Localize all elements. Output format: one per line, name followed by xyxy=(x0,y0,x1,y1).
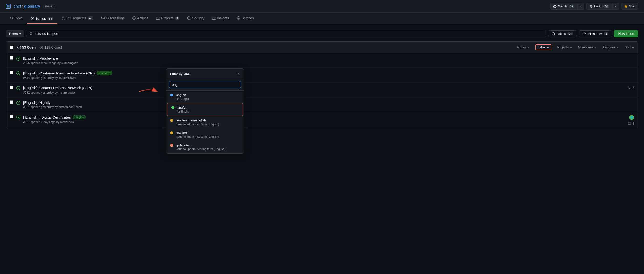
dropdown-search-area xyxy=(166,79,244,90)
tab-insights-label: Insights xyxy=(217,16,229,20)
issue-open-icon xyxy=(16,116,20,120)
milestones-button[interactable]: Milestones 2 xyxy=(579,30,612,37)
closed-issues-toggle[interactable]: 113 Closed xyxy=(40,46,62,49)
issue-title-link[interactable]: [ English ]: Digital Certificates xyxy=(23,115,71,120)
search-input[interactable]: is:issue is:open xyxy=(35,32,543,36)
issue-content: [English]: Middleware #535 opened 9 hour… xyxy=(23,56,634,65)
dropdown-item-label: lang/en xyxy=(177,106,239,110)
issue-right: 2 xyxy=(619,86,634,89)
dropdown-close-button[interactable]: × xyxy=(238,72,240,76)
projects-filter-button[interactable]: Projects xyxy=(557,46,572,49)
issue-title-link[interactable]: [English]: Container Runtime Interface (… xyxy=(23,71,95,75)
sort-filter-label: Sort xyxy=(625,46,630,49)
tab-insights[interactable]: Insights xyxy=(208,13,233,24)
new-issue-button[interactable]: New issue xyxy=(614,30,638,37)
dropdown-item-text: new term non-english Issue to add a new … xyxy=(176,118,240,126)
repo-header: cncf / glossary Public Watch 19 Fork 160 xyxy=(0,0,644,13)
issue-title: [English]: Middleware xyxy=(23,56,634,60)
star-label: Star xyxy=(629,4,635,8)
filter-bar: Filters is:issue is:open Labels 25 Miles… xyxy=(6,30,638,37)
assignee-avatar-wrap: 🌐 xyxy=(629,115,634,120)
tab-pull-requests[interactable]: Pull requests 45 xyxy=(58,13,98,24)
issues-header-left: 53 Open 113 Closed xyxy=(10,46,513,49)
open-closed-toggle: 53 Open 113 Closed xyxy=(17,46,62,49)
label-color-dot xyxy=(170,119,173,122)
tab-issues-label: Issues xyxy=(36,16,46,20)
dropdown-title: Filter by label xyxy=(170,72,191,76)
milestones-filter-button[interactable]: Milestones xyxy=(578,46,597,49)
watch-count: 19 xyxy=(568,5,574,8)
tab-issues[interactable]: Issues 53 xyxy=(26,13,58,24)
label-badge[interactable]: new term xyxy=(97,71,112,75)
issue-checkbox[interactable] xyxy=(10,115,14,118)
filters-label: Filters xyxy=(9,32,18,36)
issue-content: [English]: Container Runtime Interface (… xyxy=(23,71,634,80)
fork-label: Fork xyxy=(594,4,600,8)
tab-discussions-label: Discussions xyxy=(106,16,124,20)
issue-checkbox[interactable] xyxy=(10,100,14,104)
issue-row: [English]: Nightly #531 opened yesterday… xyxy=(6,98,638,112)
issue-checkbox[interactable] xyxy=(10,56,14,60)
search-bar[interactable]: is:issue is:open xyxy=(26,30,546,37)
fork-button-group: Fork 160 xyxy=(586,3,619,10)
sort-filter-button[interactable]: Sort xyxy=(625,46,634,49)
dropdown-item-label: lang/bn xyxy=(176,93,240,97)
issue-checkbox[interactable] xyxy=(10,71,14,74)
dropdown-item-lang-bn[interactable]: lang/bn for Bengali xyxy=(166,90,244,103)
issue-open-icon xyxy=(16,57,20,61)
issue-title-link[interactable]: [English]: Nightly xyxy=(23,100,50,104)
label-filter-dropdown: Filter by label × lang/bn for Bengali la… xyxy=(166,68,244,134)
label-badge[interactable]: lang/en xyxy=(73,115,86,120)
issue-title: [English]: Container Runtime Interface (… xyxy=(23,71,634,75)
tab-projects-count: 3 xyxy=(175,16,180,20)
repo-org[interactable]: cncf xyxy=(14,4,21,8)
dropdown-header: Filter by label × xyxy=(166,68,244,79)
issues-header-right: Author Label Projects Milestones Assigne… xyxy=(516,44,634,50)
tab-security-label: Security xyxy=(192,16,204,20)
dropdown-item-lang-en[interactable]: lang/en for English xyxy=(167,103,243,116)
star-button[interactable]: Star xyxy=(621,3,638,10)
issue-row: [English]: Container Runtime Interface (… xyxy=(6,68,638,83)
dropdown-item-desc: for English xyxy=(177,110,239,113)
label-color-dot xyxy=(170,132,173,134)
tab-security[interactable]: Security xyxy=(183,13,208,24)
fork-button[interactable]: Fork 160 xyxy=(586,3,612,10)
issue-title-link[interactable]: [English]: Content Delivery Network (CDN… xyxy=(23,86,92,90)
tab-issues-count: 53 xyxy=(47,17,53,20)
milestones-filter-label: Milestones xyxy=(578,46,593,49)
tab-code[interactable]: Code xyxy=(6,13,26,24)
repo-name[interactable]: glossary xyxy=(24,4,40,8)
label-color-dot xyxy=(172,106,174,109)
watch-button[interactable]: Watch 19 xyxy=(550,3,578,10)
issue-title-link[interactable]: [English]: Middleware xyxy=(23,56,58,60)
tab-projects[interactable]: Projects 3 xyxy=(152,13,183,24)
label-filter-button[interactable]: Label xyxy=(535,44,552,50)
milestones-count: 2 xyxy=(604,32,608,36)
labels-button[interactable]: Labels 25 xyxy=(548,30,577,37)
author-filter-label: Author xyxy=(516,46,526,49)
issues-list: 53 Open 113 Closed Author Label xyxy=(6,41,638,128)
new-issue-label: New issue xyxy=(618,32,634,36)
watch-dropdown-button[interactable] xyxy=(578,3,584,10)
filters-button[interactable]: Filters xyxy=(6,30,24,37)
tab-actions-label: Actions xyxy=(137,16,148,20)
tab-actions[interactable]: Actions xyxy=(128,13,152,24)
tab-discussions[interactable]: Discussions xyxy=(98,13,128,24)
select-all-checkbox[interactable] xyxy=(10,46,14,49)
open-issues-toggle[interactable]: 53 Open xyxy=(17,46,36,49)
issue-checkbox[interactable] xyxy=(10,86,14,89)
dropdown-item-new-term-non-english[interactable]: new term non-english Issue to add a new … xyxy=(166,116,244,128)
dropdown-item-label: new term non-english xyxy=(176,118,240,122)
issue-meta: #531 opened yesterday by akshatcoder-has… xyxy=(23,106,634,109)
visibility-badge: Public xyxy=(43,4,56,9)
watch-label: Watch xyxy=(558,4,567,8)
tab-settings[interactable]: Settings xyxy=(233,13,258,24)
fork-dropdown-button[interactable] xyxy=(612,3,619,10)
issue-title: [ English ]: Digital Certificates lang/e… xyxy=(23,115,616,120)
assignee-filter-button[interactable]: Assignee xyxy=(602,46,619,49)
comment-count: 2 xyxy=(628,86,634,89)
author-filter-button[interactable]: Author xyxy=(516,46,529,49)
projects-filter-label: Projects xyxy=(557,46,569,49)
dropdown-item-new-term[interactable]: new term Issue to add a new term (Englis… xyxy=(166,128,244,134)
dropdown-search-input[interactable] xyxy=(169,81,241,88)
